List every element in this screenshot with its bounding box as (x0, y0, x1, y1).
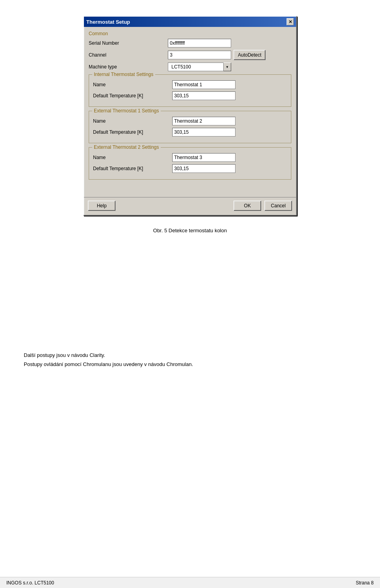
external2-temp-row: Default Temperature [K] (93, 164, 287, 173)
common-section-label: Common (89, 31, 291, 36)
body-paragraph-2: Postupy ovládání pomocí Chromulanu jsou … (24, 361, 356, 367)
figure-caption: Obr. 5 Detekce termostatu kolon (153, 228, 227, 233)
spacer (89, 184, 291, 192)
external2-name-input[interactable] (172, 153, 236, 162)
internal-temp-input[interactable] (172, 91, 236, 100)
dialog-body: Common Serial Number Channel AutoDetect (84, 27, 296, 195)
external1-name-label: Name (93, 118, 172, 124)
body-text-section: Další postupy jsou v návodu Clarity. Pos… (16, 352, 364, 370)
dialog-container: Thermostat Setup ✕ Common Serial Number (83, 16, 297, 216)
serial-number-label: Serial Number (89, 40, 168, 46)
dialog-footer: Help OK Cancel (84, 197, 296, 215)
external1-temp-label: Default Temperature [K] (93, 129, 172, 135)
channel-label: Channel (89, 52, 168, 58)
machine-type-row: Machine type LCT5100 ▼ (89, 63, 291, 71)
serial-number-input[interactable] (168, 39, 231, 47)
serial-number-row: Serial Number (89, 39, 291, 47)
channel-input[interactable] (168, 51, 231, 59)
external1-section-label: External Thermostat 1 Settings (92, 108, 161, 114)
dialog-title: Thermostat Setup (86, 19, 130, 25)
internal-section-label: Internal Thermostat Settings (92, 72, 155, 77)
external2-temp-input[interactable] (172, 164, 236, 173)
channel-row: Channel AutoDetect (89, 50, 291, 60)
internal-name-input[interactable] (172, 80, 236, 89)
external2-section-label: External Thermostat 2 Settings (92, 144, 161, 150)
external1-temp-row: Default Temperature [K] (93, 128, 287, 137)
body-paragraph-1: Další postupy jsou v návodu Clarity. (24, 352, 356, 358)
internal-thermostat-group: Internal Thermostat Settings Name Defaul… (89, 74, 291, 107)
external1-temp-input[interactable] (172, 128, 236, 137)
close-button[interactable]: ✕ (287, 18, 294, 25)
ok-button[interactable]: OK (234, 201, 261, 211)
external2-temp-label: Default Temperature [K] (93, 166, 172, 171)
external2-name-row: Name (93, 153, 287, 162)
page-footer: INGOS s.r.o. LCT5100 Strana 8 (0, 577, 380, 588)
internal-temp-label: Default Temperature [K] (93, 93, 172, 99)
internal-name-row: Name (93, 80, 287, 89)
footer-right-buttons: OK Cancel (234, 201, 292, 211)
cancel-button[interactable]: Cancel (264, 201, 292, 211)
machine-type-label: Machine type (89, 64, 168, 70)
footer-right: Strana 8 (356, 580, 374, 586)
external2-name-label: Name (93, 155, 172, 160)
common-section: Common Serial Number Channel AutoDetect (89, 31, 291, 71)
external1-name-row: Name (93, 117, 287, 125)
footer-left: INGOS s.r.o. LCT5100 (6, 580, 54, 586)
dialog-titlebar: Thermostat Setup ✕ (84, 17, 296, 27)
internal-name-label: Name (93, 82, 172, 87)
machine-type-select-wrapper: LCT5100 ▼ (168, 63, 231, 71)
external1-name-input[interactable] (172, 117, 236, 125)
machine-type-select[interactable]: LCT5100 (168, 63, 231, 71)
internal-temp-row: Default Temperature [K] (93, 91, 287, 100)
external2-thermostat-group: External Thermostat 2 Settings Name Defa… (89, 147, 291, 180)
channel-input-group: AutoDetect (168, 50, 266, 60)
autodetect-button[interactable]: AutoDetect (234, 50, 266, 60)
dialog-title-area: Thermostat Setup (86, 19, 130, 25)
thermostat-setup-dialog: Thermostat Setup ✕ Common Serial Number (83, 16, 297, 216)
help-button[interactable]: Help (88, 201, 116, 211)
external1-thermostat-group: External Thermostat 1 Settings Name Defa… (89, 111, 291, 143)
